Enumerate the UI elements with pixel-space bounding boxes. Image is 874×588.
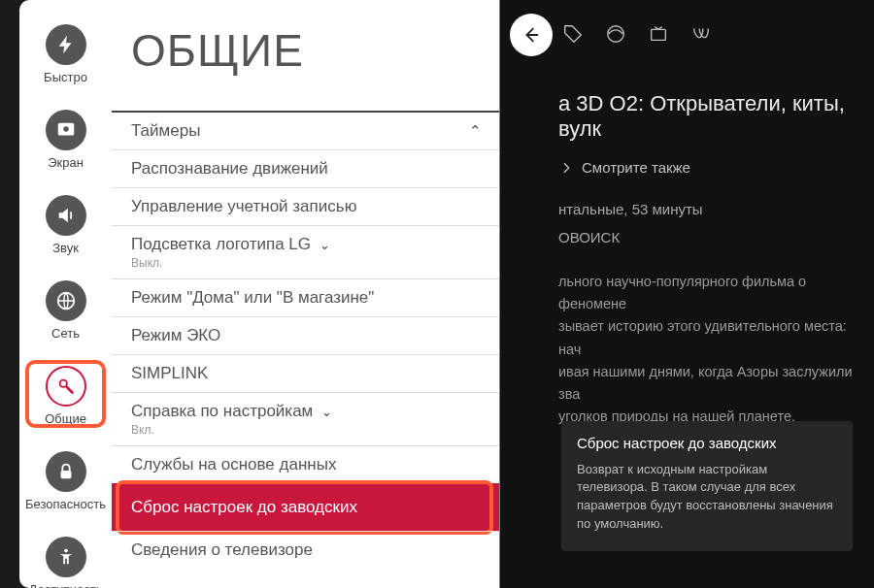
rail-sound[interactable]: Звук: [19, 195, 112, 255]
item-data-services[interactable]: Службы на основе данных: [112, 445, 499, 483]
bolt-icon: [46, 24, 86, 65]
item-sublabel: Выкл.: [131, 256, 480, 270]
item-factory-reset[interactable]: Сброс настроек до заводских: [112, 483, 499, 531]
brightness-icon: [46, 110, 86, 150]
item-label: Сброс настроек до заводских: [131, 498, 357, 516]
rail-label: Доступность: [29, 582, 103, 588]
accessibility-icon: [46, 537, 86, 577]
tooltip-body: Возврат к исходным настройкам телевизора…: [577, 461, 837, 534]
rail-accessibility[interactable]: Доступность: [19, 537, 112, 588]
svg-point-6: [608, 26, 624, 43]
rail-quick[interactable]: Быстро: [19, 24, 112, 84]
item-about-tv[interactable]: Сведения о телевизоре: [112, 531, 499, 569]
chevron-right-icon: [558, 160, 574, 176]
item-simplink[interactable]: SIMPLINK: [112, 354, 499, 392]
settings-list: Таймеры ⌃ Распознавание движений Управле…: [112, 111, 499, 588]
lock-icon: [46, 451, 86, 492]
rail-label: Сеть: [51, 326, 80, 341]
content-description: льного научно-популярного фильма о феном…: [558, 271, 864, 428]
sound-icon: [46, 195, 86, 236]
item-label: Управление учетной записью: [131, 197, 356, 215]
content-region: ОВОИСК: [558, 229, 864, 245]
item-help[interactable]: Справка по настройкам ⌄ Вкл.: [112, 392, 499, 445]
back-button[interactable]: [510, 14, 553, 56]
item-label: Таймеры: [131, 121, 200, 140]
settings-rail: Быстро Экран Звук Сеть Общие: [19, 0, 112, 588]
chevron-down-icon: ⌄: [319, 238, 330, 252]
rail-label: Общие: [45, 411, 86, 426]
help-tooltip: Сброс настроек до заводских Возврат к ис…: [561, 421, 853, 551]
panel-title: ОБЩИЕ: [112, 0, 499, 111]
chevron-down-icon: ⌄: [321, 405, 332, 419]
back-arrow-icon: [521, 24, 542, 46]
category-icons: [562, 23, 864, 49]
svg-point-5: [64, 549, 68, 553]
rail-label: Быстро: [44, 70, 87, 84]
svg-point-1: [63, 126, 69, 132]
item-motion[interactable]: Распознавание движений: [112, 149, 499, 187]
chevron-up-icon: ⌃: [469, 122, 482, 140]
rail-label: Звук: [52, 241, 79, 255]
item-account[interactable]: Управление учетной записью: [112, 187, 499, 225]
item-home-store-mode[interactable]: Режим "Дома" или "В магазине": [112, 278, 499, 316]
rail-label: Экран: [48, 155, 84, 170]
see-also[interactable]: Смотрите также: [558, 159, 864, 176]
item-eco[interactable]: Режим ЭКО: [112, 316, 499, 354]
svg-rect-4: [60, 471, 71, 478]
item-label: Режим ЭКО: [131, 326, 220, 344]
ball-icon[interactable]: [605, 23, 626, 49]
svg-rect-7: [652, 29, 666, 40]
content-title: а 3D O2: Открыватели, киты, вулк: [558, 91, 864, 142]
masks-icon[interactable]: [690, 23, 712, 49]
settings-panel: ОБЩИЕ Таймеры ⌃ Распознавание движений У…: [112, 0, 500, 588]
item-label: Справка по настройкам: [131, 402, 313, 420]
rail-network[interactable]: Сеть: [19, 280, 112, 341]
rail-general[interactable]: Общие: [19, 366, 112, 426]
item-label: Подсветка логотипа LG: [131, 235, 311, 253]
tv-icon[interactable]: [648, 23, 669, 49]
gear-wrench-icon: [46, 366, 86, 407]
content-meta: нтальные, 53 минуты: [558, 201, 864, 217]
item-label: SIMPLINK: [131, 364, 208, 382]
item-logo-led[interactable]: Подсветка логотипа LG ⌄ Выкл.: [112, 225, 499, 278]
item-label: Режим "Дома" или "В магазине": [131, 288, 374, 307]
globe-icon: [46, 280, 86, 321]
tag-icon[interactable]: [562, 23, 584, 49]
item-label: Сведения о телевизоре: [131, 540, 313, 559]
rail-security[interactable]: Безопасность: [19, 451, 112, 511]
svg-point-3: [59, 380, 66, 387]
item-label: Распознавание движений: [131, 159, 328, 178]
item-timers[interactable]: Таймеры ⌃: [112, 111, 499, 149]
rail-label: Безопасность: [25, 497, 106, 511]
item-sublabel: Вкл.: [131, 423, 480, 437]
item-label: Службы на основе данных: [131, 455, 336, 474]
rail-picture[interactable]: Экран: [19, 110, 112, 170]
tooltip-title: Сброс настроек до заводских: [577, 435, 837, 451]
